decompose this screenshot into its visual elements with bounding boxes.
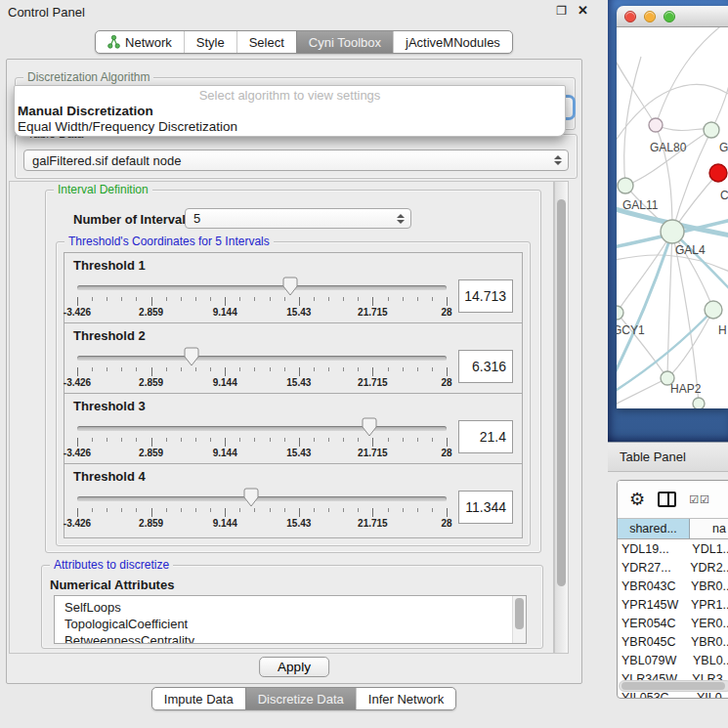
threshold-4-value[interactable]: 11.344 bbox=[458, 491, 513, 524]
select-columns-icons[interactable]: ☑☑ bbox=[689, 493, 710, 506]
table-row[interactable]: YBL079WYBL0... bbox=[618, 651, 728, 669]
tab-select[interactable]: Select bbox=[236, 31, 296, 53]
slider-axis-labels: -3.4262.8599.14415.4321.71528 bbox=[77, 518, 447, 530]
dropdown-item-manual-discretization[interactable]: Manual Discretization bbox=[15, 104, 565, 119]
list-scrollbar[interactable] bbox=[512, 596, 526, 643]
apply-button[interactable]: Apply bbox=[259, 657, 329, 677]
control-panel-titlebar: Control Panel ❐ ✕ bbox=[0, 0, 608, 23]
axis-tick-label: 9.144 bbox=[213, 448, 237, 458]
tab-jactive-label: jActiveMNodules bbox=[406, 35, 500, 50]
column-header-name[interactable]: na bbox=[690, 519, 728, 538]
table-row[interactable]: YPR145WYPR1... bbox=[618, 595, 728, 614]
tab-impute-data[interactable]: Impute Data bbox=[152, 688, 245, 709]
table-row[interactable]: YDL19...YDL1... bbox=[618, 539, 728, 558]
table-row[interactable]: YER054CYER0... bbox=[618, 614, 728, 632]
list-item-selfloops[interactable]: SelfLoops bbox=[64, 599, 510, 616]
dropdown-placeholder-item[interactable]: Select algorithm to view settings bbox=[15, 88, 565, 104]
slider-ticks bbox=[77, 508, 447, 517]
table-row[interactable]: YBR045CYBR0... bbox=[618, 632, 728, 651]
network-graph: GAL80 GA GAL11 C GAL4 GCY1 H HAP2 bbox=[617, 27, 728, 408]
slider-ticks bbox=[77, 438, 447, 447]
column-view-icon[interactable] bbox=[658, 492, 676, 507]
cell-shared-name: YBR043C bbox=[618, 579, 684, 593]
threshold-4-slider[interactable]: -3.4262.8599.14415.4321.71528 bbox=[77, 484, 447, 531]
axis-tick-label: -3.426 bbox=[64, 307, 91, 318]
threshold-3-label: Threshold 3 bbox=[73, 399, 513, 413]
axis-tick-label: 28 bbox=[441, 307, 451, 318]
tab-discretize-data[interactable]: Discretize Data bbox=[245, 688, 356, 709]
threshold-row-2: Threshold 2 -3.4262.8599.14415.4321.7 bbox=[64, 323, 522, 394]
network-window-frame: GAL80 GA GAL11 C GAL4 GCY1 H HAP2 bbox=[608, 0, 728, 442]
minimize-button[interactable] bbox=[644, 11, 656, 22]
cell-shared-name: YDR27... bbox=[618, 561, 683, 575]
axis-tick-label: 2.859 bbox=[139, 518, 163, 529]
slider-thumb[interactable] bbox=[362, 417, 377, 437]
threshold-1-value[interactable]: 14.713 bbox=[458, 279, 513, 313]
table-data-combobox[interactable]: galFiltered.sif default node bbox=[23, 150, 569, 171]
table-row[interactable]: YBR043CYBR0... bbox=[618, 577, 728, 595]
stepper-icon bbox=[397, 214, 405, 224]
slider-track[interactable] bbox=[77, 426, 447, 431]
number-of-intervals-combobox[interactable]: 5 bbox=[185, 208, 411, 229]
axis-tick-label: 21.715 bbox=[358, 307, 388, 318]
threshold-1-slider[interactable]: -3.4262.8599.14415.4321.71528 bbox=[77, 273, 447, 320]
node-label-gal4: GAL4 bbox=[675, 243, 706, 257]
tab-discretize-label: Discretize Data bbox=[258, 692, 344, 707]
dropdown-item-equal-width-frequency[interactable]: Equal Width/Frequency Discretization bbox=[15, 119, 565, 135]
slider-ticks bbox=[77, 297, 447, 306]
settings-scroll-pane: Interval Definition Number of Intervals … bbox=[9, 181, 554, 654]
algorithm-dropdown-popup: Select algorithm to view settings Manual… bbox=[14, 85, 566, 137]
slider-thumb[interactable] bbox=[243, 488, 259, 507]
close-icon[interactable]: ✕ bbox=[578, 4, 588, 18]
threshold-2-label: Threshold 2 bbox=[73, 328, 513, 343]
table-row[interactable]: YDR27...YDR2... bbox=[618, 558, 728, 577]
cell-name: YPR1... bbox=[684, 598, 728, 612]
slider-axis-labels: -3.4262.8599.14415.4321.71528 bbox=[77, 448, 447, 459]
tab-jactivemnodules[interactable]: jActiveMNodules bbox=[393, 31, 512, 53]
tab-cyni-toolbox[interactable]: Cyni Toolbox bbox=[296, 31, 393, 53]
float-window-icon[interactable]: ❐ bbox=[556, 4, 567, 18]
tab-impute-label: Impute Data bbox=[164, 692, 234, 707]
cell-name: YBR0... bbox=[684, 579, 728, 593]
slider-track[interactable] bbox=[77, 285, 447, 290]
zoom-button[interactable] bbox=[664, 11, 675, 22]
axis-tick-label: 15.43 bbox=[286, 377, 311, 388]
table-panel-title: Table Panel bbox=[620, 450, 686, 464]
threshold-row-3: Threshold 3 -3.4262.8599.14415.4321.7 bbox=[64, 394, 522, 464]
number-of-intervals-label: Number of Intervals bbox=[73, 212, 193, 227]
slider-thumb[interactable] bbox=[184, 347, 199, 366]
tab-style[interactable]: Style bbox=[184, 31, 236, 53]
cyni-toolbox-panel: Discretization Algorithm Select algorith… bbox=[6, 59, 582, 684]
thresholds-group-title: Threshold's Coordinates for 5 Intervals bbox=[64, 235, 274, 249]
numerical-attributes-list[interactable]: SelfLoops TopologicalCoefficient Between… bbox=[54, 595, 527, 644]
discretization-algorithm-group-title: Discretization Algorithm bbox=[23, 70, 153, 85]
cell-name: YDL1... bbox=[685, 542, 728, 556]
table-header: shared... na bbox=[618, 518, 728, 539]
network-canvas[interactable]: GAL80 GA GAL11 C GAL4 GCY1 H HAP2 bbox=[617, 27, 728, 408]
slider-track[interactable] bbox=[77, 356, 447, 361]
threshold-3-value[interactable]: 21.4 bbox=[458, 420, 513, 453]
threshold-row-1: Threshold 1 -3.4262.8599.14415.4321.7 bbox=[64, 253, 522, 323]
thresholds-group: Threshold's Coordinates for 5 Intervals … bbox=[56, 241, 531, 546]
settings-vertical-scrollbar[interactable] bbox=[554, 181, 569, 654]
list-item-betweennesscentrality[interactable]: BetweennessCentrality bbox=[64, 632, 510, 644]
slider-track[interactable] bbox=[77, 496, 447, 501]
slider-thumb[interactable] bbox=[282, 277, 298, 296]
tab-infer-network[interactable]: Infer Network bbox=[356, 688, 455, 709]
gear-icon[interactable]: ⚙ bbox=[629, 491, 645, 508]
top-tab-bar: Network Style Select Cyni Toolbox jActiv… bbox=[0, 30, 608, 54]
tab-network-label: Network bbox=[125, 35, 172, 50]
table-horizontal-scrollbar[interactable] bbox=[619, 680, 728, 692]
threshold-3-slider[interactable]: -3.4262.8599.14415.4321.71528 bbox=[77, 413, 447, 460]
stepper-icon bbox=[554, 155, 562, 165]
tab-network[interactable]: Network bbox=[96, 31, 184, 53]
axis-tick-label: -3.426 bbox=[64, 377, 91, 388]
list-item-topologicalcoefficient[interactable]: TopologicalCoefficient bbox=[64, 616, 510, 632]
threshold-2-slider[interactable]: -3.4262.8599.14415.4321.71528 bbox=[77, 343, 447, 390]
slider-axis-labels: -3.4262.8599.14415.4321.71528 bbox=[77, 307, 447, 319]
close-button[interactable] bbox=[624, 11, 636, 22]
threshold-2-value[interactable]: 6.316 bbox=[458, 350, 513, 383]
axis-tick-label: 9.144 bbox=[213, 377, 237, 388]
column-header-shared-name[interactable]: shared... bbox=[618, 519, 690, 538]
network-window[interactable]: GAL80 GA GAL11 C GAL4 GCY1 H HAP2 bbox=[617, 6, 728, 408]
